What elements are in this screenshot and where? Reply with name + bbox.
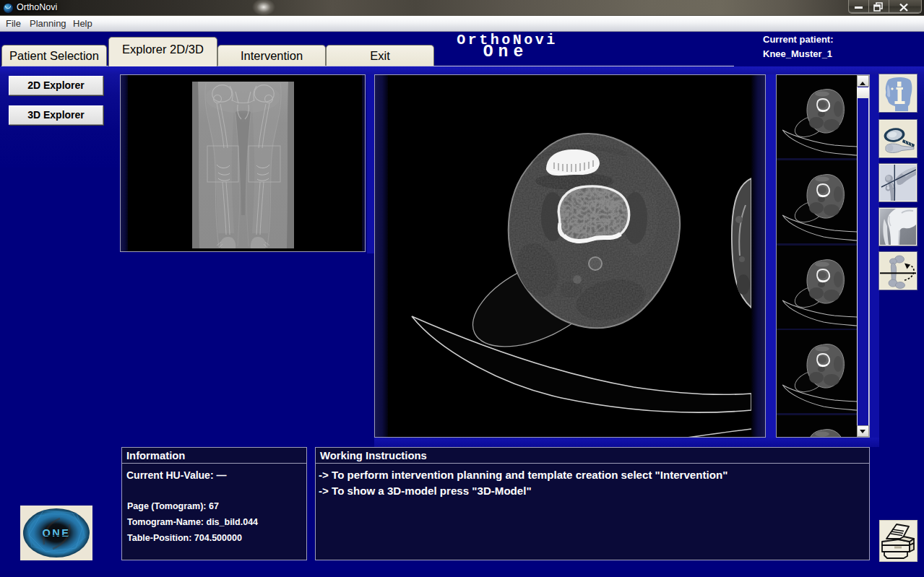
svg-text:ONE: ONE — [43, 527, 71, 539]
